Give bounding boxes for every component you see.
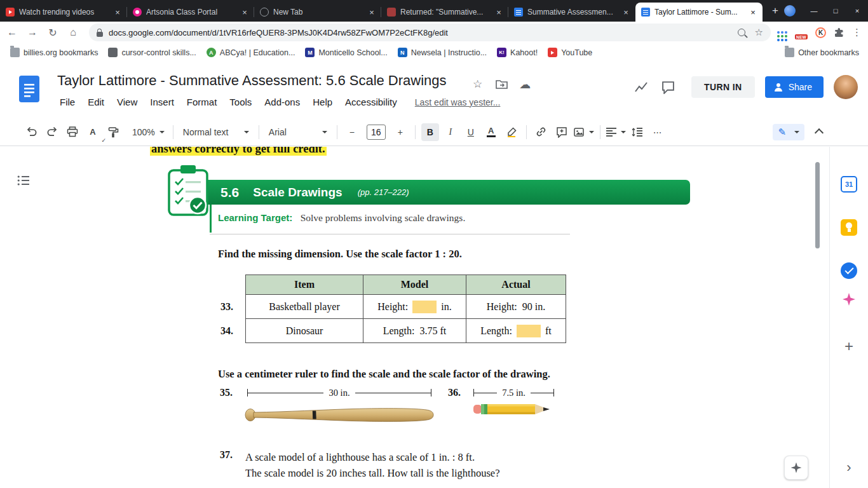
docs-toolbar: A✓ 100% Normal text Arial − 16 + B I U A: [0, 118, 868, 146]
youtube-favicon: [548, 48, 557, 57]
bookmark-billies[interactable]: billies.org bookmarks: [10, 48, 98, 57]
bookmark-star-icon[interactable]: ☆: [755, 27, 763, 38]
document-title[interactable]: Taylor Lattimore - Summative Assessment:…: [57, 72, 447, 89]
profile-icon[interactable]: [784, 5, 796, 17]
refresh-icon[interactable]: ↻: [44, 24, 61, 41]
account-avatar[interactable]: [834, 75, 858, 99]
forward-icon[interactable]: →: [24, 24, 41, 41]
tab-close-icon[interactable]: ×: [621, 7, 631, 17]
tab-returned-summative[interactable]: Returned: "Summative... ×: [381, 3, 508, 22]
tab-close-icon[interactable]: ×: [367, 7, 377, 17]
chevron-down-icon: [244, 131, 249, 133]
tab-close-icon[interactable]: ×: [240, 7, 250, 17]
bookmark-newsela[interactable]: NNewsela | Instructio...: [398, 48, 487, 57]
answer-box[interactable]: [412, 301, 437, 313]
tasks-icon[interactable]: [841, 262, 857, 279]
minimize-icon[interactable]: —: [803, 0, 825, 22]
star-document-icon[interactable]: ☆: [473, 78, 482, 91]
maximize-icon[interactable]: □: [825, 0, 846, 22]
paragraph-style-select[interactable]: Normal text: [179, 123, 253, 141]
cloud-status-icon[interactable]: ☁: [519, 78, 531, 92]
home-icon[interactable]: ⌂: [65, 24, 81, 41]
menu-accessibility[interactable]: Accessibility: [339, 95, 403, 109]
explore-button[interactable]: [784, 456, 808, 480]
docs-file-icon[interactable]: [19, 76, 39, 105]
menu-file[interactable]: File: [53, 95, 81, 109]
align-icon[interactable]: [606, 123, 626, 141]
tab-artsonia[interactable]: Artsonia Class Portal ×: [127, 3, 254, 22]
undo-icon[interactable]: [23, 123, 41, 141]
addon-sparkle-icon[interactable]: [843, 293, 855, 306]
more-options-icon[interactable]: ⋯: [649, 123, 667, 141]
extensions-puzzle-icon[interactable]: [834, 27, 844, 38]
kami-extension-icon[interactable]: K: [815, 27, 826, 38]
menu-view[interactable]: View: [111, 95, 144, 109]
keep-icon[interactable]: [841, 219, 857, 236]
address-bar[interactable]: docs.google.com/document/d/1tVR16rfeQUER…: [89, 24, 771, 41]
bookmark-abcya[interactable]: AABCya! | Education...: [207, 48, 295, 57]
hide-side-panel-icon[interactable]: ›: [846, 459, 851, 476]
italic-icon[interactable]: I: [442, 123, 459, 141]
comment-history-icon[interactable]: [660, 79, 676, 95]
share-button[interactable]: Share: [765, 76, 824, 98]
apps-grid-icon[interactable]: [777, 31, 780, 34]
docs-favicon: [514, 8, 523, 17]
bookmark-youtube[interactable]: YouTube: [548, 48, 592, 57]
activity-chart-icon[interactable]: [633, 79, 649, 95]
bookmark-cursor-control[interactable]: cursor-control skills...: [108, 48, 196, 57]
highlight-color-icon[interactable]: [503, 123, 520, 141]
actual-cell: Length:ft: [466, 319, 566, 343]
hide-menus-icon[interactable]: [815, 128, 824, 137]
menu-tools[interactable]: Tools: [223, 95, 258, 109]
bold-icon[interactable]: B: [421, 123, 439, 141]
text-color-icon[interactable]: A: [482, 123, 500, 141]
move-folder-icon[interactable]: [496, 79, 508, 92]
calendar-icon[interactable]: 31: [841, 176, 857, 193]
line-spacing-icon[interactable]: [628, 123, 646, 141]
tab-new-tab[interactable]: New Tab ×: [254, 3, 381, 22]
other-bookmarks[interactable]: Other bookmarks: [785, 48, 859, 57]
decrease-font-icon[interactable]: −: [343, 123, 361, 141]
editing-mode-select[interactable]: ✎: [773, 124, 804, 140]
tab-taylor-lattimore-active[interactable]: Taylor Lattimore - Sum... ×: [635, 3, 763, 22]
browser-menu-icon[interactable]: ⋮: [852, 27, 862, 38]
menu-addons[interactable]: Add-ons: [258, 95, 306, 109]
add-comment-icon[interactable]: [553, 123, 571, 141]
print-icon[interactable]: [64, 123, 81, 141]
paint-format-icon[interactable]: [104, 123, 122, 141]
answer-box[interactable]: [517, 325, 541, 337]
insert-image-icon[interactable]: [573, 123, 594, 141]
increase-font-icon[interactable]: +: [391, 123, 409, 141]
menu-format[interactable]: Format: [180, 95, 224, 109]
underline-icon[interactable]: U: [462, 123, 480, 141]
bookmark-monticello[interactable]: MMonticello School...: [305, 48, 387, 57]
close-window-icon[interactable]: ×: [846, 0, 868, 22]
spellcheck-icon[interactable]: A✓: [84, 123, 102, 141]
tab-close-icon[interactable]: ×: [112, 7, 123, 17]
font-size-field[interactable]: 16: [367, 125, 386, 140]
get-addons-icon[interactable]: +: [844, 337, 853, 355]
tab-close-icon[interactable]: ×: [494, 7, 504, 17]
zoom-icon[interactable]: [738, 29, 745, 36]
table-header-item: Item: [246, 275, 363, 295]
last-edit-link[interactable]: Last edit was yester...: [415, 97, 501, 107]
scrollbar[interactable]: [815, 162, 820, 248]
bookmark-kahoot[interactable]: K!Kahoot!: [497, 48, 538, 57]
insert-link-icon[interactable]: [532, 123, 550, 141]
new-tab-button[interactable]: +: [769, 4, 782, 17]
tab-close-icon[interactable]: ×: [748, 7, 758, 17]
menu-help[interactable]: Help: [306, 95, 339, 109]
tab-watch-trending[interactable]: Watch trending videos ×: [0, 3, 127, 22]
menu-insert[interactable]: Insert: [144, 95, 180, 109]
tab-summative-assessment[interactable]: Summative Assessmen... ×: [508, 3, 635, 22]
back-icon[interactable]: ←: [4, 24, 20, 41]
menu-edit[interactable]: Edit: [81, 95, 111, 109]
page-url[interactable]: docs.google.com/document/d/1tVR16rfeQUER…: [109, 28, 732, 37]
font-select[interactable]: Arial: [265, 123, 331, 141]
turn-in-button[interactable]: TURN IN: [691, 76, 755, 98]
document-outline-icon[interactable]: [15, 172, 31, 188]
redo-icon[interactable]: [43, 123, 61, 141]
zoom-select[interactable]: 100%: [130, 123, 167, 141]
document-canvas[interactable]: answers correctly to get full credit. 5.…: [0, 147, 829, 488]
new-extension-icon[interactable]: NEW: [795, 25, 808, 39]
